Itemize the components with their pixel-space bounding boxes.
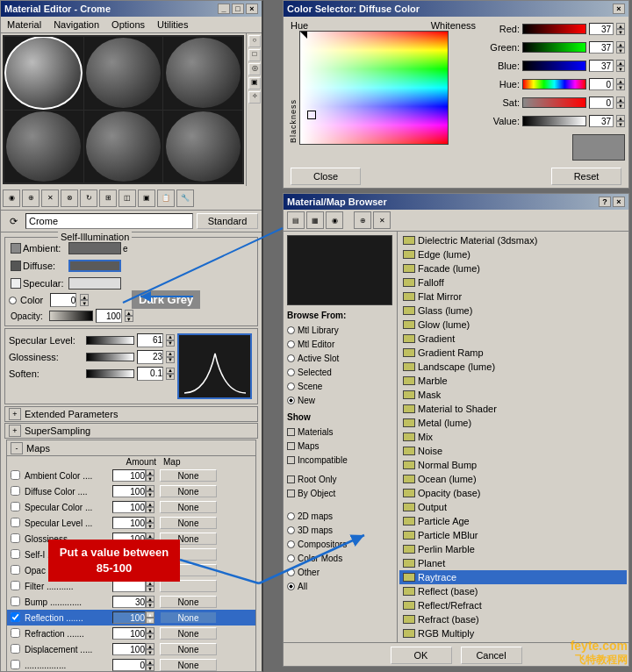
- mb-item-18[interactable]: Opacity (base): [399, 486, 627, 500]
- map-spin-up-3[interactable]: ▲: [146, 517, 154, 523]
- tb-btn-5[interactable]: ↻: [80, 189, 97, 207]
- si-radio[interactable]: [9, 297, 17, 304]
- hue-gradient[interactable]: [299, 31, 449, 145]
- mb-item-12[interactable]: Material to Shader: [399, 402, 627, 416]
- map-check-3[interactable]: [11, 518, 20, 527]
- mb-scene-row[interactable]: Scene: [287, 379, 393, 393]
- map-check-2[interactable]: [11, 502, 20, 511]
- red-down[interactable]: ▼: [616, 29, 625, 35]
- si-spin-up[interactable]: ▲: [80, 294, 89, 300]
- opacity-slider[interactable]: [49, 311, 93, 321]
- opacity-value[interactable]: [96, 309, 122, 323]
- soften-slider[interactable]: [86, 369, 134, 378]
- mb-item-6[interactable]: Glow (lume): [399, 318, 627, 332]
- mb-item-20[interactable]: Particle Age: [399, 514, 627, 528]
- specular-color-bar[interactable]: [68, 277, 121, 290]
- map-btn-10[interactable]: None: [160, 627, 217, 640]
- hue-slider[interactable]: [522, 79, 586, 89]
- mb-item-22[interactable]: Perlin Marble: [399, 542, 627, 556]
- map-check-7[interactable]: [11, 581, 20, 590]
- spec-level-slider[interactable]: [86, 336, 134, 345]
- sphere-cell-1[interactable]: [4, 37, 83, 110]
- close-button[interactable]: ×: [246, 4, 258, 14]
- spec-level-up[interactable]: ▲: [166, 334, 175, 340]
- map-spin-up-8[interactable]: ▲: [146, 596, 154, 602]
- mb-radio-2d[interactable]: [287, 512, 295, 520]
- mb-cancel-btn[interactable]: Cancel: [461, 647, 522, 664]
- map-spin-up-1[interactable]: ▲: [146, 485, 154, 491]
- hue-down[interactable]: ▼: [616, 84, 625, 90]
- mb-check-by-object[interactable]: [287, 490, 295, 497]
- map-spin-up-12[interactable]: ▲: [146, 659, 154, 665]
- map-amount-10[interactable]: [112, 627, 146, 640]
- si-color-value[interactable]: [50, 293, 76, 307]
- mb-tb-1[interactable]: ▤: [287, 211, 305, 229]
- mb-materials-row[interactable]: Materials: [287, 425, 393, 439]
- map-spin-down-8[interactable]: ▼: [146, 602, 154, 608]
- mb-new-row[interactable]: New: [287, 393, 393, 407]
- mb-item-15[interactable]: Noise: [399, 444, 627, 458]
- tb-btn-8[interactable]: ▣: [138, 189, 155, 207]
- side-btn-2[interactable]: □: [248, 49, 261, 61]
- mb-item-26[interactable]: Reflect/Refract: [399, 598, 627, 612]
- map-btn-12[interactable]: None: [160, 659, 217, 671]
- extended-params-expand-icon[interactable]: +: [9, 408, 21, 420]
- map-amount-8[interactable]: [112, 596, 146, 608]
- menu-utilities[interactable]: Utilities: [154, 18, 190, 31]
- glossiness-input[interactable]: [137, 350, 163, 364]
- tb-btn-1[interactable]: ◉: [3, 189, 20, 207]
- map-amount-12[interactable]: [112, 659, 146, 671]
- map-spin-down-0[interactable]: ▼: [146, 475, 154, 482]
- side-btn-5[interactable]: ✧: [248, 91, 261, 104]
- map-check-9[interactable]: [11, 612, 20, 622]
- map-spin-up-0[interactable]: ▲: [146, 469, 154, 475]
- color-crosshair[interactable]: [307, 111, 316, 119]
- tb-btn-10[interactable]: 🔧: [176, 189, 194, 207]
- val-value[interactable]: [589, 115, 614, 127]
- sphere-cell-4[interactable]: [4, 111, 83, 183]
- mb-radio-scene[interactable]: [287, 382, 295, 390]
- sphere-cell-2[interactable]: [84, 37, 163, 110]
- mb-by-object-row[interactable]: By Object: [287, 486, 393, 500]
- mb-item-27[interactable]: Refract (base): [399, 612, 627, 626]
- map-spin-down-2[interactable]: ▼: [146, 507, 154, 513]
- mb-item-11[interactable]: Mask: [399, 388, 627, 402]
- menu-options[interactable]: Options: [109, 18, 147, 31]
- glossiness-slider[interactable]: [86, 353, 134, 361]
- map-check-4[interactable]: [11, 533, 20, 543]
- blue-value[interactable]: [589, 60, 614, 72]
- mb-radio-other[interactable]: [287, 568, 295, 576]
- mb-maps-row[interactable]: Maps: [287, 439, 393, 453]
- mb-radio-3d[interactable]: [287, 526, 295, 534]
- tb-btn-4[interactable]: ⊗: [61, 189, 78, 207]
- mb-incompatible-row[interactable]: Incompatible: [287, 453, 393, 467]
- green-slider[interactable]: [522, 42, 586, 53]
- map-spin-down-11[interactable]: ▼: [146, 649, 154, 655]
- map-check-6[interactable]: [11, 565, 20, 575]
- map-spin-down-10[interactable]: ▼: [146, 633, 154, 640]
- extended-params-bar[interactable]: + Extended Parameters: [4, 406, 258, 422]
- mb-ok-btn[interactable]: OK: [391, 647, 452, 664]
- map-check-12[interactable]: [11, 660, 20, 669]
- map-amount-3[interactable]: [112, 517, 146, 529]
- mb-item-13[interactable]: Metal (lume): [399, 416, 627, 430]
- sphere-cell-6[interactable]: [163, 111, 242, 183]
- sphere-cell-3[interactable]: [163, 37, 242, 110]
- menu-material[interactable]: Material: [4, 18, 44, 31]
- spec-level-down[interactable]: ▼: [166, 340, 175, 347]
- blue-down[interactable]: ▼: [616, 66, 625, 72]
- side-btn-4[interactable]: ▣: [248, 77, 261, 89]
- mb-color-mods-row[interactable]: Color Mods: [287, 551, 393, 565]
- mb-item-0[interactable]: Dielectric Material (3dsmax): [399, 233, 627, 247]
- material-name-input[interactable]: [25, 213, 193, 229]
- si-spin-down[interactable]: ▼: [80, 300, 89, 306]
- mb-tb-5[interactable]: ✕: [373, 211, 391, 229]
- supersampling-bar[interactable]: + SuperSampling: [4, 423, 258, 439]
- mb-item-8[interactable]: Gradient Ramp: [399, 346, 627, 360]
- mb-radio-compositors[interactable]: [287, 540, 295, 548]
- green-up[interactable]: ▲: [616, 41, 625, 47]
- map-amount-1[interactable]: [112, 485, 146, 497]
- tb-btn-7[interactable]: ◫: [118, 189, 136, 207]
- map-spin-up-9[interactable]: ▲: [146, 611, 154, 618]
- maps-expand-icon[interactable]: -: [11, 442, 23, 454]
